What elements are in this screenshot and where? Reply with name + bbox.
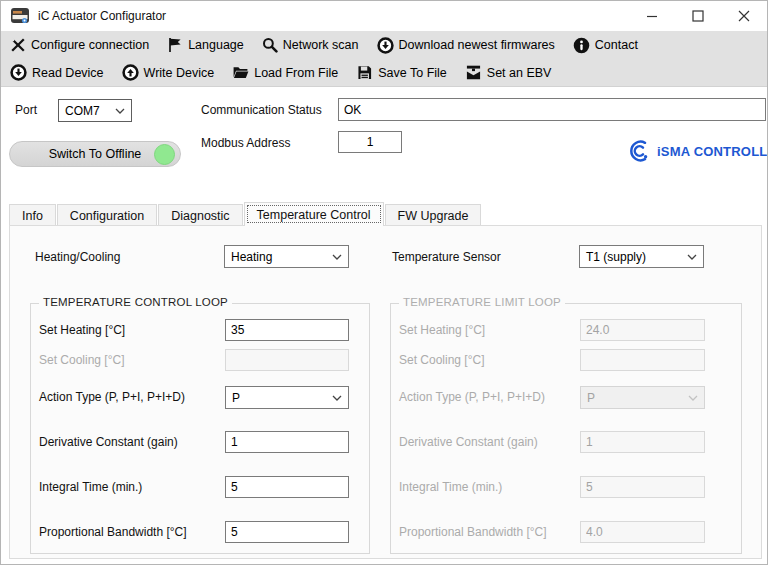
action-type-label: Action Type (P, P+I, P+I+D): [39, 390, 185, 404]
chevron-down-icon: [687, 254, 697, 260]
port-select[interactable]: COM7: [58, 99, 132, 122]
tab-label: Diagnostic: [171, 209, 229, 223]
flag-icon: [167, 37, 183, 53]
tab-diagnostic[interactable]: Diagnostic: [158, 204, 242, 226]
contact-button[interactable]: Contact: [564, 31, 647, 59]
temperature-control-loop-group: TEMPERATURE CONTROL LOOP Set Heating [°C…: [30, 303, 370, 554]
comm-status-input[interactable]: [338, 98, 766, 121]
toolbar-label: Set an EBV: [487, 66, 552, 80]
configure-connection-button[interactable]: Configure connection: [1, 31, 158, 59]
info-circle-icon: [573, 37, 590, 54]
tab-label: FW Upgrade: [398, 209, 469, 223]
toolbar-label: Language: [188, 38, 244, 52]
isma-logo-icon: [628, 139, 652, 163]
tab-fw-upgrade[interactable]: FW Upgrade: [385, 204, 482, 226]
derivative-constant-input[interactable]: [225, 431, 349, 453]
modbus-address-label: Modbus Address: [201, 136, 290, 150]
read-device-button[interactable]: Read Device: [1, 59, 113, 87]
temperature-control-panel: Heating/Cooling Heating Temperature Sens…: [9, 225, 762, 559]
tab-label: Info: [22, 209, 43, 223]
maximize-button[interactable]: [675, 1, 721, 31]
download-circle-icon: [377, 37, 394, 54]
tab-info[interactable]: Info: [9, 204, 56, 226]
limit-action-type-value: P: [587, 391, 595, 405]
limit-set-cooling-input: [580, 349, 705, 371]
toolbar-label: Configure connection: [31, 38, 149, 52]
limit-integral-time-label: Integral Time (min.): [399, 480, 502, 494]
proportional-bandwidth-label: Proportional Bandwidth [°C]: [39, 525, 187, 539]
limit-proportional-bandwidth-label: Proportional Bandwidth [°C]: [399, 525, 547, 539]
heating-cooling-select[interactable]: Heating: [224, 245, 349, 268]
tab-label: Configuration: [70, 209, 144, 223]
write-device-button[interactable]: Write Device: [113, 59, 224, 87]
maximize-icon: [692, 10, 704, 22]
tools-icon: [10, 37, 26, 53]
online-status-indicator: [154, 144, 175, 165]
group-title: TEMPERATURE CONTROL LOOP: [39, 296, 232, 308]
switch-to-offline-label: Switch To Offline: [49, 147, 142, 161]
tab-bar: Info Configuration Diagnostic Temperatur…: [9, 202, 482, 226]
toolbar-label: Save To File: [378, 66, 447, 80]
set-heating-label: Set Heating [°C]: [39, 323, 125, 337]
action-type-value: P: [232, 391, 240, 405]
set-cooling-label: Set Cooling [°C]: [39, 353, 125, 367]
modbus-address-input[interactable]: [338, 131, 402, 153]
comm-status-label: Communication Status: [201, 103, 322, 117]
chevron-down-icon: [332, 395, 342, 401]
app-icon: [10, 7, 30, 25]
chevron-down-icon: [115, 108, 125, 114]
limit-proportional-bandwidth-input: [580, 521, 705, 543]
port-label: Port: [15, 103, 37, 117]
limit-set-cooling-label: Set Cooling [°C]: [399, 353, 485, 367]
toolbar-main: Configure connection Language Network sc…: [1, 31, 767, 59]
limit-action-type-select: P: [580, 386, 705, 409]
load-from-file-button[interactable]: Load From File: [223, 59, 347, 87]
tab-temperature-control[interactable]: Temperature Control: [244, 202, 384, 226]
minimize-button[interactable]: [629, 1, 675, 31]
limit-action-type-label: Action Type (P, P+I, P+I+D): [399, 390, 545, 404]
network-scan-button[interactable]: Network scan: [253, 31, 368, 59]
temp-sensor-label: Temperature Sensor: [392, 250, 501, 264]
port-value: COM7: [65, 104, 100, 118]
temp-sensor-select[interactable]: T1 (supply): [579, 245, 704, 268]
limit-derivative-constant-label: Derivative Constant (gain): [399, 435, 538, 449]
limit-derivative-constant-input: [580, 431, 705, 453]
brand-name: iSMA CONTROLLI: [657, 144, 768, 159]
window-controls: [629, 1, 767, 31]
language-button[interactable]: Language: [158, 31, 253, 59]
write-circle-icon: [122, 64, 139, 81]
toolbar-label: Download newest firmwares: [399, 38, 555, 52]
switch-to-offline-button[interactable]: Switch To Offline: [9, 141, 181, 167]
close-button[interactable]: [721, 1, 767, 31]
derivative-constant-label: Derivative Constant (gain): [39, 435, 178, 449]
magnifier-icon: [262, 37, 278, 53]
set-heating-input[interactable]: [225, 319, 349, 341]
heating-cooling-value: Heating: [231, 250, 272, 264]
close-icon: [738, 10, 750, 22]
heating-cooling-label: Heating/Cooling: [35, 250, 120, 264]
proportional-bandwidth-input[interactable]: [225, 521, 349, 543]
set-cooling-input: [225, 349, 349, 371]
toolbar-label: Network scan: [283, 38, 359, 52]
limit-set-heating-input: [580, 319, 705, 341]
toolbar-label: Load From File: [254, 66, 338, 80]
window-title: iC Actuator Configurator: [38, 9, 166, 23]
action-type-select[interactable]: P: [225, 386, 349, 409]
save-icon: [356, 64, 373, 81]
tab-configuration[interactable]: Configuration: [57, 204, 157, 226]
valve-icon: [465, 64, 482, 81]
read-circle-icon: [10, 64, 27, 81]
toolbar-label: Write Device: [144, 66, 215, 80]
limit-integral-time-input: [580, 476, 705, 498]
save-to-file-button[interactable]: Save To File: [347, 59, 456, 87]
app-window: iC Actuator Configurator Configure conne…: [0, 0, 768, 565]
temp-sensor-value: T1 (supply): [586, 250, 646, 264]
toolbar-device: Read Device Write Device Load From File: [1, 59, 767, 87]
integral-time-input[interactable]: [225, 476, 349, 498]
download-firmwares-button[interactable]: Download newest firmwares: [368, 31, 564, 59]
chevron-down-icon: [688, 395, 698, 401]
toolbar-label: Contact: [595, 38, 638, 52]
folder-open-icon: [232, 64, 249, 81]
set-ebv-button[interactable]: Set an EBV: [456, 59, 561, 87]
titlebar: iC Actuator Configurator: [1, 1, 767, 31]
